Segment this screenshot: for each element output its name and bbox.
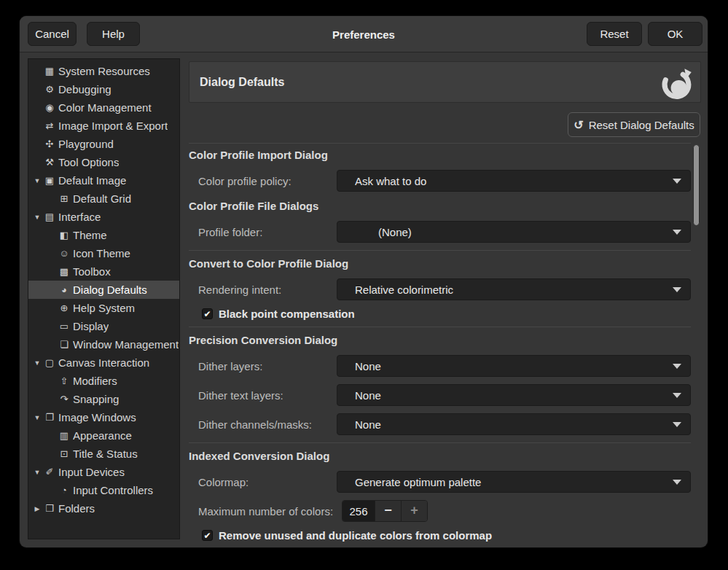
sidebar-item-label: Dialog Defaults [73, 284, 147, 296]
expander-down-icon[interactable]: ▼ [31, 177, 43, 184]
profile-folder-dropdown[interactable]: (None) [337, 221, 691, 243]
chevron-down-icon [673, 364, 681, 369]
field-label: Colormap: [198, 476, 337, 488]
max-colors-input[interactable]: 256 [343, 501, 375, 521]
page-title: Dialog Defaults [189, 76, 659, 89]
preferences-window: Cancel Help Preferences Reset OK ▦System… [20, 16, 708, 547]
section-title: Color Profile File Dialogs [189, 199, 691, 214]
reset-dialog-defaults-button[interactable]: ↺ Reset Dialog Defaults [568, 112, 700, 137]
sidebar-item-input-devices[interactable]: ▼✐Input Devices [28, 463, 179, 481]
dialog-defaults-icon: ◕ [58, 284, 71, 295]
row-profile-folder: Profile folder:(None) [189, 221, 691, 243]
field-label: Dither layers: [198, 360, 337, 372]
row-max-colors: Maximum number of colors:256−+ [189, 500, 691, 522]
sidebar-item-label: Color Management [58, 101, 152, 114]
help-button[interactable]: Help [87, 22, 140, 46]
sidebar-item-window-management[interactable]: ❏Window Management [28, 335, 179, 354]
icon-theme-icon: ☺ [58, 248, 71, 259]
ok-button[interactable]: OK [648, 22, 702, 46]
chevron-down-icon [673, 287, 681, 292]
sidebar-item-label: Debugging [58, 83, 111, 95]
sidebar-item-label: Image Windows [58, 411, 136, 423]
field-label: Profile folder: [198, 226, 337, 238]
sidebar-item-help-system[interactable]: ⊕Help System [28, 299, 179, 317]
field-label: Color profile policy: [198, 175, 337, 187]
desktop-background: Cancel Help Preferences Reset OK ▦System… [0, 0, 728, 570]
section-convert-to-color-profile-dialog: Convert to Color Profile DialogRendering… [189, 250, 691, 319]
checkbox-label: Black point compensation [219, 308, 355, 320]
cancel-button[interactable]: Cancel [28, 22, 77, 46]
increment-button[interactable]: + [401, 501, 427, 521]
sidebar-item-modifiers[interactable]: ⇧Modifiers [28, 372, 179, 390]
sidebar-item-label: Theme [73, 229, 107, 241]
decrement-button[interactable]: − [375, 501, 401, 521]
sidebar-item-image-import-export[interactable]: ⇄Image Import & Export [28, 117, 179, 135]
sidebar-item-icon-theme[interactable]: ☺Icon Theme [28, 244, 179, 262]
sidebar-item-default-grid[interactable]: ⊞Default Grid [28, 190, 179, 208]
input-controllers-icon: ◔ [58, 485, 71, 496]
sidebar-item-label: Folders [58, 502, 95, 515]
sidebar-item-canvas-interaction[interactable]: ▼▢Canvas Interaction [28, 354, 179, 372]
theme-icon: ◧ [58, 230, 71, 241]
vertical-scrollbar[interactable] [692, 143, 701, 544]
title-status-icon: ⊡ [58, 448, 71, 459]
sidebar-item-theme[interactable]: ◧Theme [28, 226, 179, 244]
dialog-defaults-icon [659, 64, 696, 101]
remove-unused-colors-checkbox[interactable]: ✔ [202, 530, 213, 541]
input-devices-icon: ✐ [43, 466, 56, 477]
expander-down-icon[interactable]: ▼ [31, 214, 43, 221]
row-rendering-intent: Rendering intent:Relative colorimetric [189, 278, 691, 300]
dither-layers-dropdown[interactable]: None [337, 355, 691, 377]
display-icon: ▭ [58, 321, 71, 332]
reset-button[interactable]: Reset [587, 22, 642, 46]
sidebar-item-input-controllers[interactable]: ◔Input Controllers [28, 481, 179, 499]
rendering-intent-dropdown[interactable]: Relative colorimetric [337, 278, 691, 300]
sidebar-item-debugging[interactable]: ⚙Debugging [28, 80, 179, 98]
playground-icon: ✣ [43, 138, 56, 149]
section-color-profile-file-dialogs: Color Profile File DialogsProfile folder… [189, 199, 691, 243]
sidebar-item-label: Default Grid [73, 192, 131, 205]
field-label: Dither channels/masks: [198, 418, 337, 431]
sidebar-item-system-resources[interactable]: ▦System Resources [28, 62, 179, 80]
chevron-down-icon [673, 393, 681, 398]
sidebar-item-appearance[interactable]: ▥Appearance [28, 426, 179, 445]
row-dither-layers: Dither layers:None [189, 355, 691, 377]
section-title: Color Profile Import Dialog [189, 148, 691, 163]
sidebar-item-display[interactable]: ▭Display [28, 317, 179, 335]
sidebar-item-toolbox[interactable]: ▩Toolbox [28, 262, 179, 281]
sidebar-item-folders[interactable]: ▶❒Folders [28, 499, 179, 518]
expander-down-icon[interactable]: ▼ [31, 469, 43, 476]
sidebar-item-tool-options[interactable]: ⚒Tool Options [28, 153, 179, 171]
black-point-compensation-checkbox[interactable]: ✔ [202, 308, 213, 319]
section-title: Precision Conversion Dialog [189, 333, 691, 348]
chevron-down-icon [673, 480, 681, 485]
sidebar-item-label: Input Devices [58, 466, 125, 478]
row-colormap: Colormap:Generate optimum palette [189, 471, 691, 493]
section-title: Convert to Color Profile Dialog [189, 257, 691, 271]
sidebar-item-snapping[interactable]: ↷Snapping [28, 390, 179, 408]
settings-nav: ▦System Resources⚙Debugging◉Color Manage… [28, 58, 180, 539]
sidebar-item-default-image[interactable]: ▼▣Default Image [28, 171, 179, 190]
row-dither-text-layers: Dither text layers:None [189, 384, 691, 406]
expander-right-icon[interactable]: ▶ [31, 505, 43, 512]
expander-down-icon[interactable]: ▼ [31, 414, 43, 421]
sidebar-item-label: Appearance [73, 429, 132, 442]
default-image-icon: ▣ [43, 175, 56, 186]
row-black-point-compensation: ✔Black point compensation [189, 308, 691, 319]
sidebar-item-label: Help System [73, 302, 135, 314]
sidebar-item-label: Snapping [73, 393, 119, 405]
expander-down-icon[interactable]: ▼ [31, 359, 43, 367]
dither-channels-masks-dropdown[interactable]: None [337, 413, 691, 435]
scrollbar-thumb[interactable] [693, 144, 700, 226]
sidebar-item-playground[interactable]: ✣Playground [28, 135, 179, 153]
checkbox-label: Remove unused and duplicate colors from … [219, 529, 492, 542]
colormap-dropdown[interactable]: Generate optimum palette [337, 471, 691, 493]
titlebar[interactable]: Cancel Help Preferences Reset OK [20, 16, 708, 52]
sidebar-item-dialog-defaults[interactable]: ◕Dialog Defaults [28, 281, 179, 299]
sidebar-item-color-management[interactable]: ◉Color Management [28, 98, 179, 117]
dither-text-layers-dropdown[interactable]: None [337, 384, 691, 406]
color-profile-policy-dropdown[interactable]: Ask what to do [337, 170, 691, 192]
sidebar-item-interface[interactable]: ▼▤Interface [28, 208, 179, 226]
sidebar-item-image-windows[interactable]: ▼❐Image Windows [28, 408, 179, 426]
sidebar-item-title-status[interactable]: ⊡Title & Status [28, 445, 179, 463]
